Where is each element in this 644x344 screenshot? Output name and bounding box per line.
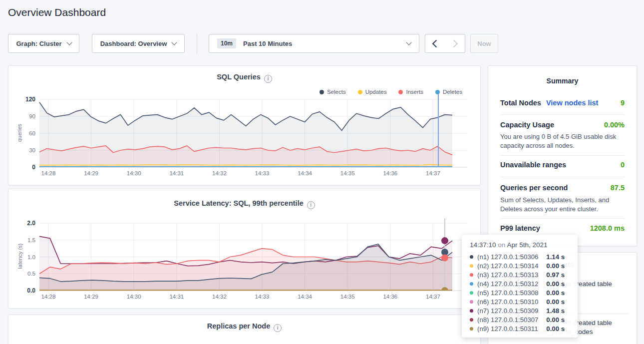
time-range-label: Past 10 Minutes [243, 40, 292, 47]
chevron-down-icon [172, 39, 177, 45]
svg-text:1.5: 1.5 [27, 237, 35, 243]
tooltip-node-row: (n6) 127.0.0.1:503100.00 s [470, 297, 578, 306]
svg-text:14:29: 14:29 [84, 170, 98, 176]
time-prev-button[interactable] [425, 34, 445, 53]
tooltip-node-row: (n7) 127.0.0.1:503091.48 s [470, 306, 578, 315]
legend-item-selects[interactable]: Selects [320, 89, 346, 95]
svg-text:14:34: 14:34 [298, 294, 312, 300]
legend-dot-icon [398, 90, 403, 94]
svg-text:14:36: 14:36 [383, 170, 397, 176]
svg-text:14:32: 14:32 [212, 294, 227, 300]
svg-text:1.0: 1.0 [27, 254, 35, 260]
dashboard-dropdown[interactable]: Dashboard: Overview [92, 34, 185, 53]
svg-text:14:34: 14:34 [298, 170, 312, 176]
view-nodes-list-link[interactable]: View nodes list [546, 99, 599, 107]
chevron-right-icon [450, 39, 458, 47]
svg-text:14:28: 14:28 [41, 294, 56, 300]
svg-text:14:32: 14:32 [212, 170, 227, 176]
tooltip-node-row: (n3) 127.0.0.1:503130.97 s [470, 270, 578, 279]
chevron-down-icon [406, 39, 411, 45]
node-color-dot-icon [470, 309, 473, 313]
svg-text:0.0: 0.0 [27, 287, 35, 294]
sql-queries-legend: SelectsUpdatesInsertsDeletes [320, 89, 462, 95]
sql-queries-chart-title: SQL Queriesi [8, 73, 480, 83]
node-color-dot-icon [470, 327, 473, 331]
tooltip-node-rows: (n1) 127.0.0.1:503061.14 s(n2) 127.0.0.1… [470, 252, 578, 333]
node-color-dot-icon [470, 255, 473, 259]
legend-item-updates[interactable]: Updates [358, 89, 387, 95]
summary-row-capacity: Capacity Usage 0.00% [500, 121, 625, 129]
time-range-dropdown[interactable]: 10m Past 10 Minutes [209, 34, 419, 53]
time-next-button[interactable] [445, 34, 465, 53]
node-color-dot-icon [470, 264, 473, 268]
capacity-usage-subtext: You are using 0 B of 4.5 GiB usable disk… [500, 132, 627, 150]
service-latency-chart-card: Service Latency: SQL, 99th percentilei l… [8, 189, 481, 309]
node-color-dot-icon [470, 318, 473, 322]
divider [500, 114, 625, 115]
time-range-badge: 10m [217, 38, 236, 48]
service-latency-chart-title: Service Latency: SQL, 99th percentilei [8, 199, 480, 209]
chart-hover-tooltip: 14:37:10 on Apr 5th, 2021 (n1) 127.0.0.1… [462, 235, 578, 338]
summary-row-total-nodes: Total Nodes View nodes list 9 [500, 99, 625, 107]
overview-dashboard-page: Overview Dashboard Graph: Cluster Dashbo… [0, 0, 644, 344]
svg-text:14:31: 14:31 [169, 294, 184, 300]
svg-text:120: 120 [25, 96, 35, 103]
summary-title: Summary [488, 77, 637, 85]
now-button-label: Now [477, 40, 491, 47]
graph-dropdown-label: Graph: Cluster [16, 40, 61, 47]
replicas-chart-title: Replicas per Nodei [8, 322, 480, 332]
sql-queries-chart-card: SQL Queriesi SelectsUpdatesInsertsDelete… [8, 65, 481, 185]
legend-dot-icon [358, 90, 362, 94]
page-title: Overview Dashboard [8, 6, 106, 18]
svg-text:14:29: 14:29 [84, 294, 98, 300]
summary-row-qps: Queries per second 87.5 [500, 184, 625, 192]
summary-panel: Summary Total Nodes View nodes list 9 Ca… [488, 65, 637, 246]
svg-text:14:30: 14:30 [127, 170, 141, 176]
node-color-dot-icon [470, 300, 473, 304]
svg-text:90: 90 [29, 113, 35, 119]
tooltip-timestamp: 14:37:10 on Apr 5th, 2021 [470, 241, 578, 249]
latency-y-axis-label: latency (s) [17, 244, 23, 269]
qps-value: 87.5 [611, 184, 625, 192]
info-icon[interactable]: i [307, 201, 315, 209]
sql-queries-plot[interactable]: 030609012014:2814:2914:3014:3114:3214:33… [8, 66, 479, 184]
svg-text:14:37: 14:37 [426, 170, 440, 176]
legend-item-deletes[interactable]: Deletes [435, 89, 462, 95]
unavailable-ranges-value: 0 [621, 161, 625, 169]
svg-text:30: 30 [29, 147, 35, 153]
dashboard-dropdown-label: Dashboard: Overview [100, 40, 167, 47]
p99-latency-value: 1208.0 ms [590, 224, 625, 232]
controls-divider [197, 33, 197, 54]
tooltip-node-row: (n9) 127.0.0.1:503110.00 s [470, 324, 578, 333]
time-now-button[interactable]: Now [470, 34, 498, 53]
chevron-down-icon [66, 39, 72, 45]
node-color-dot-icon [470, 291, 473, 295]
tooltip-node-row: (n5) 127.0.0.1:503080.00 s [470, 288, 578, 297]
replicas-per-node-chart-card: Replicas per Nodei [8, 315, 481, 344]
divider [500, 177, 625, 177]
info-icon[interactable]: i [274, 324, 282, 332]
tooltip-node-row: (n2) 127.0.0.1:503140.00 s [470, 261, 578, 270]
tooltip-node-row: (n4) 127.0.0.1:503120.00 s [470, 279, 578, 288]
svg-text:14:28: 14:28 [41, 170, 56, 176]
svg-text:14:37: 14:37 [426, 294, 440, 300]
svg-text:14:35: 14:35 [340, 170, 355, 176]
svg-text:0: 0 [32, 164, 35, 171]
capacity-usage-value: 0.00% [604, 121, 625, 129]
graph-dropdown[interactable]: Graph: Cluster [8, 34, 79, 53]
summary-row-p99-latency: P99 latency 1208.0 ms [500, 224, 625, 232]
legend-dot-icon [435, 90, 440, 94]
qps-subtext: Sum of Selects, Updates, Inserts, and De… [500, 196, 627, 214]
svg-text:14:30: 14:30 [127, 294, 141, 300]
node-color-dot-icon [470, 273, 473, 277]
legend-item-inserts[interactable]: Inserts [398, 89, 423, 95]
svg-text:14:35: 14:35 [340, 294, 355, 300]
svg-text:0.5: 0.5 [27, 271, 35, 277]
svg-text:14:33: 14:33 [255, 170, 270, 176]
svg-text:2.0: 2.0 [27, 220, 35, 227]
info-icon[interactable]: i [264, 75, 272, 83]
divider [500, 218, 625, 219]
legend-dot-icon [320, 90, 324, 94]
chevron-left-icon [432, 39, 440, 47]
svg-text:14:31: 14:31 [169, 170, 184, 176]
